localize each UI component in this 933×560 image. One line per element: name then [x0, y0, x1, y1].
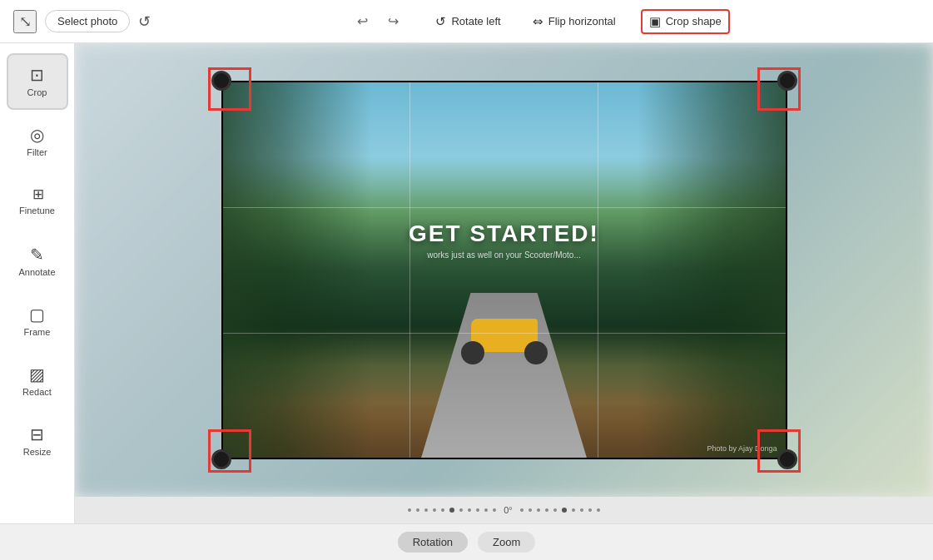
- sidebar-item-filter[interactable]: ◎ Filter: [7, 113, 68, 170]
- main-photo: GET STARTED! works just as well on your …: [221, 81, 787, 459]
- top-bar-left: ⤡ Select photo ↺: [13, 10, 151, 33]
- ruler-dot: [537, 508, 540, 512]
- filter-label: Filter: [27, 147, 47, 157]
- sidebar-item-resize[interactable]: ⊟ Resize: [7, 413, 68, 469]
- top-bar: ⤡ Select photo ↺ ↩ ↪ ↺ Rotate left ⇔ Fli…: [0, 0, 933, 43]
- crop-label: Crop: [27, 87, 47, 97]
- flip-horizontal-icon: ⇔: [533, 14, 543, 29]
- crop-shape-icon: ▣: [649, 14, 661, 29]
- scooter-wheel-front: [524, 341, 548, 364]
- history-button[interactable]: ↺: [138, 12, 151, 31]
- palm-left: [221, 81, 371, 459]
- zoom-tab[interactable]: Zoom: [478, 532, 535, 553]
- rotate-left-icon: ↺: [435, 14, 446, 29]
- sidebar-item-redact[interactable]: ▨ Redact: [7, 353, 68, 409]
- photo-credit: Photo by Ajay Donga: [707, 444, 777, 453]
- ruler-dot: [459, 508, 463, 512]
- annotate-label: Annotate: [18, 267, 55, 277]
- finetune-icon: ⊞: [32, 187, 42, 201]
- crop-icon: ⊡: [30, 67, 44, 83]
- rotation-tab[interactable]: Rotation: [398, 532, 468, 553]
- frame-icon: ▢: [29, 306, 45, 323]
- photo-wrapper[interactable]: GET STARTED! works just as well on your …: [221, 81, 787, 459]
- ruler-dot: [597, 508, 600, 512]
- sidebar: ⊡ Crop ◎ Filter ⊞ Finetune ✎ Annotate ▢ …: [0, 43, 75, 523]
- finetune-label: Finetune: [19, 206, 55, 216]
- ruler-dot: [484, 508, 488, 512]
- crop-handle-top-left[interactable]: [211, 71, 231, 91]
- redact-icon: ▨: [29, 366, 45, 383]
- flip-horizontal-label: Flip horizontal: [548, 15, 616, 27]
- crop-handle-bottom-left[interactable]: [211, 449, 231, 469]
- ruler-dot: [424, 508, 428, 512]
- undo-redo-actions: ↩ ↪: [350, 10, 405, 32]
- ruler-dot: [529, 508, 532, 512]
- rotate-left-button[interactable]: ↺ Rotate left: [429, 11, 507, 32]
- ruler-dot: [468, 508, 471, 512]
- ruler-dot: [588, 508, 592, 512]
- ruler-dot-large: [562, 508, 567, 513]
- undo-button[interactable]: ↩: [350, 10, 375, 32]
- photo-subtitle: works just as well on your Scooter/Moto.…: [409, 250, 599, 260]
- ruler-degree: 0°: [504, 505, 513, 515]
- ruler-dot: [580, 508, 583, 512]
- photo-title: GET STARTED!: [409, 221, 599, 247]
- expand-button[interactable]: ⤡: [13, 10, 37, 33]
- redact-label: Redact: [22, 387, 52, 397]
- ruler-dot: [572, 508, 575, 512]
- annotate-icon: ✎: [30, 246, 44, 263]
- photo-text: GET STARTED! works just as well on your …: [409, 221, 599, 260]
- crop-handle-bottom-right[interactable]: [777, 449, 797, 469]
- scooter: [454, 298, 554, 364]
- ruler-dot: [545, 508, 548, 512]
- ruler-dot: [476, 508, 479, 512]
- select-photo-button[interactable]: Select photo: [45, 10, 130, 32]
- ruler-dot: [408, 508, 411, 512]
- ruler-dot-large: [449, 508, 454, 513]
- bottom-controls: Rotation Zoom: [0, 523, 933, 560]
- crop-shape-button[interactable]: ▣ Crop shape: [641, 9, 730, 34]
- bottom-ruler: 0°: [75, 497, 933, 523]
- canvas-area: GET STARTED! works just as well on your …: [75, 43, 933, 523]
- frame-label: Frame: [24, 327, 51, 337]
- rotate-left-label: Rotate left: [451, 15, 500, 27]
- filter-icon: ◎: [30, 126, 44, 143]
- palm-right: [638, 81, 787, 459]
- crop-handle-top-right[interactable]: [777, 71, 797, 91]
- ruler-dot: [441, 508, 444, 512]
- resize-icon: ⊟: [30, 426, 44, 443]
- sidebar-item-annotate[interactable]: ✎ Annotate: [7, 233, 68, 290]
- ruler-dot: [493, 508, 496, 512]
- ruler-dot: [416, 508, 419, 512]
- crop-shape-label: Crop shape: [666, 15, 722, 27]
- scooter-wheel-back: [461, 341, 484, 364]
- image-container: GET STARTED! works just as well on your …: [75, 43, 933, 497]
- sidebar-item-crop[interactable]: ⊡ Crop: [7, 53, 68, 110]
- sidebar-item-finetune[interactable]: ⊞ Finetune: [7, 173, 68, 230]
- toolbar-actions: ↺ Rotate left ⇔ Flip horizontal ▣ Crop s…: [429, 9, 729, 34]
- ruler-track: 0°: [338, 505, 671, 515]
- ruler-dot: [520, 508, 524, 512]
- redo-button[interactable]: ↪: [381, 10, 405, 32]
- main-layout: ⊡ Crop ◎ Filter ⊞ Finetune ✎ Annotate ▢ …: [0, 43, 933, 523]
- top-bar-center: ↩ ↪ ↺ Rotate left ⇔ Flip horizontal ▣ Cr…: [161, 9, 920, 34]
- ruler-dot: [433, 508, 436, 512]
- sidebar-item-frame[interactable]: ▢ Frame: [7, 293, 68, 349]
- flip-horizontal-button[interactable]: ⇔ Flip horizontal: [526, 11, 623, 32]
- resize-label: Resize: [23, 447, 52, 457]
- ruler-dot: [553, 508, 557, 512]
